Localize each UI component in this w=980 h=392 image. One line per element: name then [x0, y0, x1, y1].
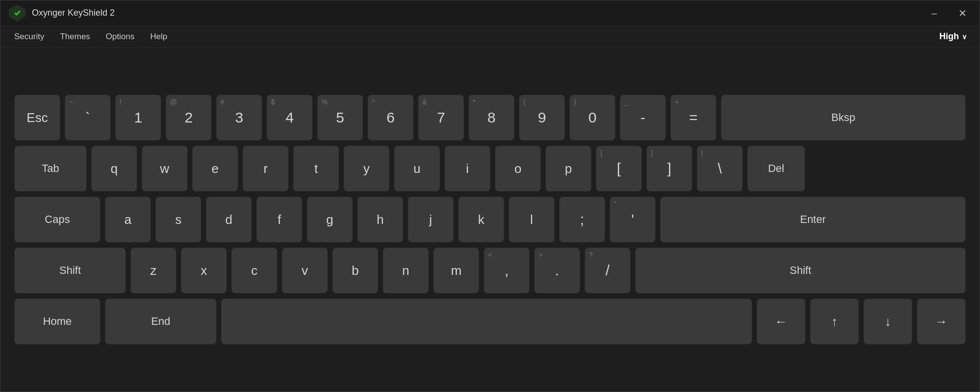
key-f[interactable]: f	[256, 196, 302, 243]
key-home[interactable]: Home	[14, 298, 100, 344]
key-7[interactable]: &7	[418, 95, 464, 141]
key-5[interactable]: %5	[317, 95, 363, 141]
security-level-dropdown[interactable]: High ∨	[932, 28, 974, 45]
key-x[interactable]: x	[181, 247, 227, 294]
menu-options[interactable]: Options	[98, 29, 143, 45]
key-u[interactable]: u	[394, 146, 440, 192]
key-row-bottom: Home End ← ↑ ↓ →	[14, 298, 966, 344]
key-r[interactable]: r	[243, 146, 289, 192]
key-shift-right[interactable]: Shift	[635, 247, 966, 294]
key-period[interactable]: >.	[534, 247, 580, 294]
key-h[interactable]: h	[357, 196, 403, 243]
key-shift-left[interactable]: Shift	[14, 247, 126, 294]
key-c[interactable]: c	[231, 247, 277, 294]
menu-help[interactable]: Help	[142, 29, 175, 45]
keyboard-area: Esc ~` !1 @2 #3 $4 %5 ^6 &7 *8 (9 )0 _- …	[0, 48, 980, 392]
key-arrow-right[interactable]: →	[917, 298, 966, 344]
key-equals[interactable]: +=	[670, 95, 716, 141]
key-i[interactable]: i	[444, 146, 490, 192]
key-t[interactable]: t	[293, 146, 339, 192]
key-comma[interactable]: <,	[484, 247, 530, 294]
key-9[interactable]: (9	[519, 95, 565, 141]
key-row-qwerty: Tab q w e r t y u i o p {[ }] |\ Del	[14, 146, 966, 192]
key-4[interactable]: $4	[267, 95, 313, 141]
key-q[interactable]: q	[91, 146, 137, 192]
key-enter[interactable]: Enter	[660, 196, 966, 243]
menu-security[interactable]: Security	[6, 29, 52, 45]
app-title: Oxynger KeyShield 2	[32, 8, 927, 18]
key-6[interactable]: ^6	[368, 95, 414, 141]
key-tilde[interactable]: ~`	[65, 95, 111, 141]
key-n[interactable]: n	[383, 247, 429, 294]
key-quote[interactable]: "'	[610, 196, 656, 243]
key-lbracket[interactable]: {[	[596, 146, 642, 192]
key-minus[interactable]: _-	[620, 95, 666, 141]
key-rbracket[interactable]: }]	[646, 146, 692, 192]
key-j[interactable]: j	[408, 196, 454, 243]
close-button[interactable]: ✕	[954, 6, 972, 20]
title-bar: Oxynger KeyShield 2 – ✕	[0, 0, 980, 26]
key-o[interactable]: o	[495, 146, 541, 192]
key-arrow-left[interactable]: ←	[757, 298, 806, 344]
key-z[interactable]: z	[130, 247, 176, 294]
key-2[interactable]: @2	[166, 95, 212, 141]
key-capslock[interactable]: Caps	[14, 196, 100, 243]
key-slash[interactable]: ?/	[585, 247, 631, 294]
key-delete[interactable]: Del	[747, 146, 805, 192]
key-tab[interactable]: Tab	[14, 146, 87, 192]
key-semicolon[interactable]: :;	[559, 196, 605, 243]
key-y[interactable]: y	[343, 146, 390, 192]
key-row-num: Esc ~` !1 @2 #3 $4 %5 ^6 &7 *8 (9 )0 _- …	[14, 95, 966, 141]
window-controls: – ✕	[927, 6, 972, 20]
security-level-label: High	[939, 31, 959, 42]
key-a[interactable]: a	[105, 196, 151, 243]
key-b[interactable]: b	[332, 247, 378, 294]
key-backslash[interactable]: |\	[697, 146, 743, 192]
key-3[interactable]: #3	[216, 95, 262, 141]
key-esc[interactable]: Esc	[14, 95, 60, 141]
key-k[interactable]: k	[458, 196, 504, 243]
key-m[interactable]: m	[433, 247, 479, 294]
key-row-home: Caps a s d f g h j k l :; "' Enter	[14, 196, 966, 243]
key-w[interactable]: w	[142, 146, 188, 192]
key-8[interactable]: *8	[468, 95, 514, 141]
key-l[interactable]: l	[509, 196, 555, 243]
key-row-shift: Shift z x c v b n m <, >. ?/ Shift	[14, 247, 966, 294]
key-space[interactable]	[221, 298, 752, 344]
key-0[interactable]: )0	[569, 95, 615, 141]
key-d[interactable]: d	[206, 196, 252, 243]
minimize-button[interactable]: –	[927, 6, 942, 20]
key-arrow-down[interactable]: ↓	[863, 298, 912, 344]
app-window: Oxynger KeyShield 2 – ✕ Security Themes …	[0, 0, 980, 392]
key-end[interactable]: End	[105, 298, 217, 344]
menu-bar: Security Themes Options Help High ∨	[0, 26, 980, 48]
key-p[interactable]: p	[545, 146, 591, 192]
key-v[interactable]: v	[282, 247, 328, 294]
key-s[interactable]: s	[155, 196, 201, 243]
menu-themes[interactable]: Themes	[52, 29, 98, 45]
key-1[interactable]: !1	[115, 95, 161, 141]
key-e[interactable]: e	[192, 146, 238, 192]
key-arrow-up[interactable]: ↑	[810, 298, 859, 344]
chevron-down-icon: ∨	[962, 33, 967, 41]
key-g[interactable]: g	[307, 196, 353, 243]
app-logo	[8, 4, 26, 22]
key-backspace[interactable]: Bksp	[721, 95, 966, 141]
